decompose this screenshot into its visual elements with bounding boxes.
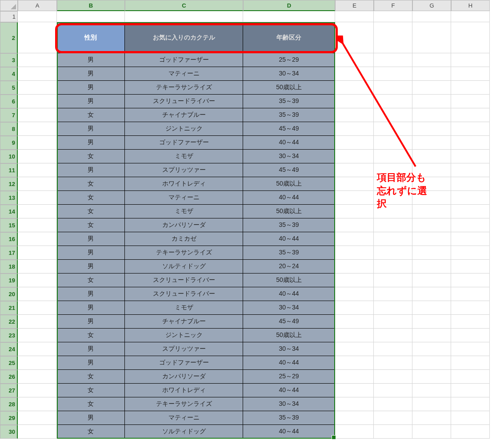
- row-header[interactable]: 25: [0, 356, 18, 370]
- cell[interactable]: [18, 274, 57, 287]
- cell[interactable]: [18, 287, 57, 301]
- table-cell[interactable]: 25～29: [243, 370, 335, 384]
- cell[interactable]: [335, 232, 374, 246]
- cell[interactable]: [335, 11, 374, 22]
- cell[interactable]: [18, 356, 57, 370]
- table-cell[interactable]: 30～34: [243, 67, 335, 81]
- table-cell[interactable]: 40～44: [243, 191, 335, 205]
- cell[interactable]: [335, 150, 374, 163]
- cell[interactable]: [374, 122, 412, 136]
- row-header[interactable]: 2: [0, 22, 18, 53]
- cell[interactable]: [374, 370, 412, 384]
- table-cell[interactable]: 女: [57, 397, 125, 411]
- table-cell[interactable]: 女: [57, 150, 125, 163]
- cell[interactable]: [18, 329, 57, 342]
- row-header[interactable]: 23: [0, 329, 18, 342]
- table-cell[interactable]: マティーニ: [125, 191, 243, 205]
- table-cell[interactable]: 女: [57, 108, 125, 122]
- cell[interactable]: [412, 11, 451, 22]
- cell[interactable]: [335, 67, 374, 81]
- cell[interactable]: [335, 205, 374, 218]
- row-header[interactable]: 8: [0, 122, 18, 136]
- table-cell[interactable]: ジントニック: [125, 329, 243, 342]
- table-cell[interactable]: 35～39: [243, 95, 335, 108]
- cell[interactable]: [412, 150, 451, 163]
- cell[interactable]: [335, 163, 374, 177]
- cell[interactable]: [374, 329, 412, 342]
- column-header-d[interactable]: D: [243, 0, 335, 11]
- table-cell[interactable]: スクリュードライバー: [125, 95, 243, 108]
- cell[interactable]: [335, 218, 374, 232]
- cell[interactable]: [374, 397, 412, 411]
- cell[interactable]: [374, 205, 412, 218]
- table-cell[interactable]: 女: [57, 205, 125, 218]
- cell[interactable]: [18, 177, 57, 191]
- cell[interactable]: [18, 301, 57, 315]
- table-cell[interactable]: 40～44: [243, 356, 335, 370]
- table-cell[interactable]: スプリッツァー: [125, 163, 243, 177]
- cell[interactable]: [451, 136, 490, 150]
- cell[interactable]: [451, 260, 490, 274]
- table-cell[interactable]: 男: [57, 246, 125, 260]
- table-cell[interactable]: 女: [57, 191, 125, 205]
- table-cell[interactable]: ゴッドファーザー: [125, 53, 243, 67]
- cell[interactable]: [451, 301, 490, 315]
- cell[interactable]: [335, 177, 374, 191]
- table-cell[interactable]: 男: [57, 67, 125, 81]
- cell[interactable]: [412, 425, 451, 439]
- row-header[interactable]: 18: [0, 260, 18, 274]
- cell[interactable]: [451, 342, 490, 356]
- cell[interactable]: [412, 246, 451, 260]
- table-cell[interactable]: 女: [57, 274, 125, 287]
- table-cell[interactable]: 男: [57, 232, 125, 246]
- cell[interactable]: [374, 274, 412, 287]
- cell[interactable]: [335, 108, 374, 122]
- cell[interactable]: [335, 22, 374, 53]
- cell[interactable]: [412, 370, 451, 384]
- cell[interactable]: [18, 22, 57, 53]
- cell[interactable]: [451, 246, 490, 260]
- cell[interactable]: [18, 11, 57, 22]
- cell[interactable]: [412, 411, 451, 425]
- column-header-e[interactable]: E: [335, 0, 374, 11]
- cell[interactable]: [18, 163, 57, 177]
- table-cell[interactable]: カミカゼ: [125, 232, 243, 246]
- cell[interactable]: [412, 315, 451, 329]
- table-cell[interactable]: 45～49: [243, 122, 335, 136]
- cell[interactable]: [18, 370, 57, 384]
- cell[interactable]: [451, 384, 490, 397]
- cell[interactable]: [335, 274, 374, 287]
- cell[interactable]: [412, 177, 451, 191]
- cell[interactable]: [374, 150, 412, 163]
- table-cell[interactable]: 45～49: [243, 163, 335, 177]
- table-cell[interactable]: 25～29: [243, 53, 335, 67]
- row-header[interactable]: 29: [0, 411, 18, 425]
- row-header[interactable]: 20: [0, 287, 18, 301]
- cell[interactable]: [335, 53, 374, 67]
- table-cell[interactable]: 50歳以上: [243, 205, 335, 218]
- cell[interactable]: [335, 122, 374, 136]
- cell[interactable]: [18, 67, 57, 81]
- cell[interactable]: [451, 11, 490, 22]
- table-cell[interactable]: カンパリソーダ: [125, 370, 243, 384]
- row-header[interactable]: 11: [0, 163, 18, 177]
- table-cell[interactable]: チャイナブルー: [125, 315, 243, 329]
- cell[interactable]: [18, 53, 57, 67]
- table-cell[interactable]: 男: [57, 411, 125, 425]
- cell[interactable]: [18, 384, 57, 397]
- cell[interactable]: [451, 356, 490, 370]
- table-cell[interactable]: スクリュードライバー: [125, 287, 243, 301]
- cell[interactable]: [412, 205, 451, 218]
- table-cell[interactable]: 女: [57, 329, 125, 342]
- cell[interactable]: [125, 11, 243, 22]
- cell[interactable]: [335, 260, 374, 274]
- table-cell[interactable]: 男: [57, 122, 125, 136]
- cell[interactable]: [451, 22, 490, 53]
- cell[interactable]: [412, 329, 451, 342]
- row-header[interactable]: 19: [0, 274, 18, 287]
- cell[interactable]: [374, 411, 412, 425]
- cell[interactable]: [451, 95, 490, 108]
- cell[interactable]: [374, 136, 412, 150]
- row-header[interactable]: 22: [0, 315, 18, 329]
- row-header[interactable]: 10: [0, 150, 18, 163]
